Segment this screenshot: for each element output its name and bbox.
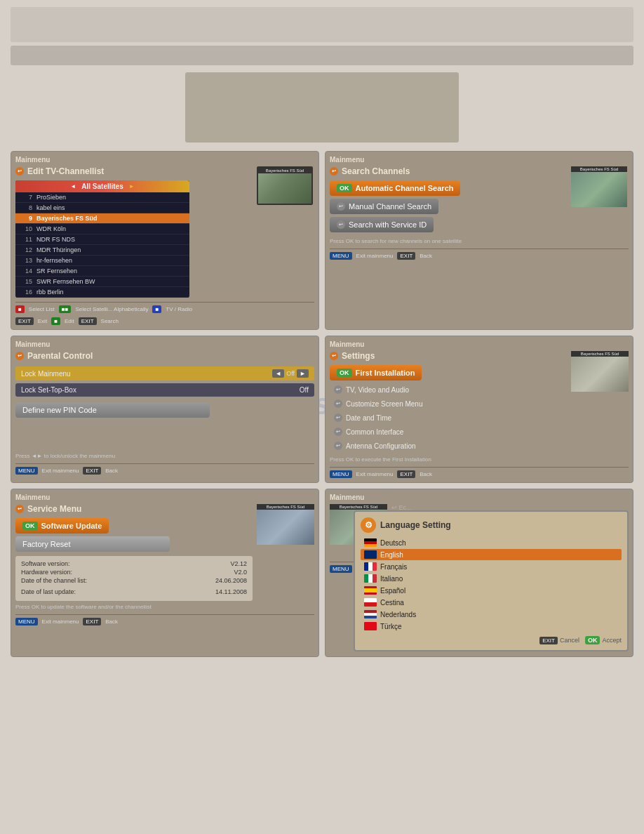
ok-badge5: OK: [22, 522, 38, 530]
arrow-icon10: ↩: [334, 428, 342, 436]
btn-automatic-search[interactable]: OK Automatic Channel Search: [330, 180, 460, 196]
exit-badge4: EXIT: [397, 470, 415, 478]
settings-tv-video[interactable]: ↩ TV, Video and Audio: [330, 383, 567, 396]
arrow-icon12: ↩: [15, 505, 24, 513]
top-image: [185, 72, 459, 143]
badge-blue: ■: [152, 305, 161, 313]
channel-item[interactable]: 12MDR Thüringen: [15, 245, 189, 256]
screen-parental-control: Mainmenu ↩ Parental Control Lock Mainmen…: [11, 336, 319, 483]
channel-list-header: ◄ All Satellites ►: [15, 180, 189, 192]
lock-stb-row[interactable]: Lock Set-Top-Box Off: [15, 383, 314, 397]
arrow-icon8: ↩: [334, 399, 342, 408]
screen4-title: ↩ Settings: [330, 351, 567, 361]
btn-service-id-search[interactable]: ↩ Search with Service ID: [330, 217, 434, 232]
screen1-thumbnail: Bayerisches FS Süd: [257, 166, 313, 205]
channel-item[interactable]: 8kabel eins: [15, 203, 189, 213]
settings-common-interface[interactable]: ↩ Common Interface: [330, 425, 567, 438]
badge-green: ■■: [59, 305, 72, 313]
arrow-icon11: ↩: [334, 442, 342, 450]
flag-de: [364, 538, 377, 547]
menu-badge5: MENU: [15, 618, 38, 626]
hw-version-row: Hardware version: V2.0: [21, 569, 247, 576]
lock-mainmenu-toggle[interactable]: ◄ Off ►: [272, 369, 309, 378]
btn-factory-reset[interactable]: Factory Reset: [15, 536, 170, 552]
screen-edit-channellist: Mainmenu ↩ Edit TV-Channellist ◄ All Sat…: [11, 151, 319, 330]
screen4-footer: MENUExit mainmenu EXITBack: [330, 467, 629, 478]
channel-item[interactable]: 7ProSieben: [15, 192, 189, 203]
lang-item-tr[interactable]: Türkçe: [361, 621, 622, 632]
exit-badge3: EXIT: [83, 467, 101, 475]
left-arrow[interactable]: ◄: [272, 369, 284, 378]
screen2-note: Press OK to search for new channels on o…: [330, 238, 629, 244]
ok-icon-dialog: OK: [585, 636, 601, 644]
gear-icon: ⚙: [361, 517, 376, 533]
channel-item[interactable]: 14SR Fernsehen: [15, 266, 189, 277]
flag-it: [364, 574, 377, 583]
lang-item-de[interactable]: Deutsch: [361, 537, 622, 548]
lang-item-nl[interactable]: Nederlands: [361, 609, 622, 620]
screen2-footer: MENUExit mainmenu EXITBack: [330, 249, 629, 260]
dialog-title: ⚙ Language Setting: [361, 517, 622, 533]
screen4-mainmenu-label: Mainmenu: [330, 340, 629, 348]
flag-cz: [364, 598, 377, 607]
last-update-row: Date of last update: 14.11.2008: [21, 588, 247, 595]
screen5-thumbnail: Bayerisches FS Süd: [257, 504, 314, 545]
lang-item-it[interactable]: Italiano: [361, 573, 622, 584]
channel-item[interactable]: 15SWR Fernsehen BW: [15, 277, 189, 287]
screen2-title: ↩ Search Channels: [330, 166, 567, 176]
menu-badge6: MENU: [330, 565, 352, 573]
btn-first-installation[interactable]: OK First Installation: [330, 365, 422, 380]
settings-date-time[interactable]: ↩ Date and Time: [330, 411, 567, 424]
lang-item-cz[interactable]: Cestina: [361, 597, 622, 608]
flag-uk: [364, 550, 377, 559]
screen2-mainmenu-label: Mainmenu: [330, 156, 629, 164]
channel-item[interactable]: 9Bayerisches FS Süd: [15, 213, 189, 224]
screen-service-menu: Mainmenu ↩ Service Menu OK Software Upda…: [11, 489, 319, 657]
screen3-note: Press ◄► to lock/unlock the mainmenu: [15, 453, 314, 459]
screen-language-setting: Mainmenu Bayerisches FS Süd ↩ Ec... ↩ Se…: [325, 489, 633, 657]
top-bar: [11, 7, 633, 42]
settings-antenna[interactable]: ↩ Antenna Configuration: [330, 439, 567, 452]
menu-badge: MENU: [330, 252, 352, 260]
screens-container: Mainmenu ↩ Edit TV-Channellist ◄ All Sat…: [11, 151, 633, 657]
screen2-thumbnail: Bayerisches FS Süd: [571, 166, 627, 207]
ok-badge4: OK: [337, 369, 352, 377]
channel-item[interactable]: 10WDR Köln: [15, 224, 189, 234]
flag-nl: [364, 610, 377, 618]
channel-list-date-row: Date of the channel list: 24.06.2008: [21, 577, 247, 584]
lang-item-es[interactable]: Español: [361, 585, 622, 596]
lang-item-en[interactable]: English: [361, 549, 622, 560]
arrow-icon: ↩: [15, 167, 24, 176]
lang-item-fr[interactable]: Français: [361, 561, 622, 572]
screen4-note: Press OK to execute the First Installati…: [330, 456, 629, 463]
badge-exit: EXIT: [15, 317, 34, 325]
screen5-footer: MENUExit mainmenu EXITBack: [15, 614, 314, 626]
right-arrow[interactable]: ►: [297, 369, 309, 378]
menu-badge4: MENU: [330, 470, 352, 478]
exit-badge: EXIT: [397, 252, 415, 260]
lock-mainmenu-row[interactable]: Lock Mainmenu ◄ Off ►: [15, 366, 314, 380]
arrow-icon4: ↩: [337, 220, 345, 229]
screen1-title: ↩ Edit TV-Channellist: [15, 166, 253, 176]
channel-item[interactable]: 13hr-fernsehen: [15, 256, 189, 266]
btn-manual-search[interactable]: ↩ Manual Channel Search: [330, 199, 438, 214]
screen-settings: Mainmenu ↩ Settings OK First Installatio…: [325, 336, 633, 483]
channel-item[interactable]: 16rbb Berlin: [15, 287, 189, 298]
screen1-footer: ■Select List ■■Select Satelli... Alphabe…: [15, 302, 314, 313]
screen6-mainmenu-label: Mainmenu: [330, 494, 629, 501]
channel-item[interactable]: 11NDR FS NDS: [15, 234, 189, 245]
btn-software-update[interactable]: OK Software Update: [15, 518, 109, 534]
screen3-title: ↩ Parental Control: [15, 351, 314, 361]
info-table: Software version: V2.12 Hardware version…: [15, 556, 253, 601]
settings-customize[interactable]: ↩ Customize Screen Menu: [330, 397, 567, 410]
screens-grid: manualslib.com Mainmenu ↩ Edit TV-Channe…: [11, 151, 633, 657]
btn-cancel-dialog[interactable]: EXIT Cancel: [539, 636, 579, 644]
badge-exit2: EXIT: [79, 317, 97, 325]
arrow-icon7: ↩: [334, 385, 342, 394]
menu-badge3: MENU: [15, 467, 38, 475]
arrow-icon5: ↩: [15, 352, 24, 360]
btn-define-pin[interactable]: Define new PIN Code: [15, 402, 210, 418]
btn-accept-dialog[interactable]: OK Accept: [585, 636, 622, 644]
screen5-note: Press OK to update the software and/or t…: [15, 604, 314, 610]
screen5-mainmenu-label: Mainmenu: [15, 494, 314, 501]
